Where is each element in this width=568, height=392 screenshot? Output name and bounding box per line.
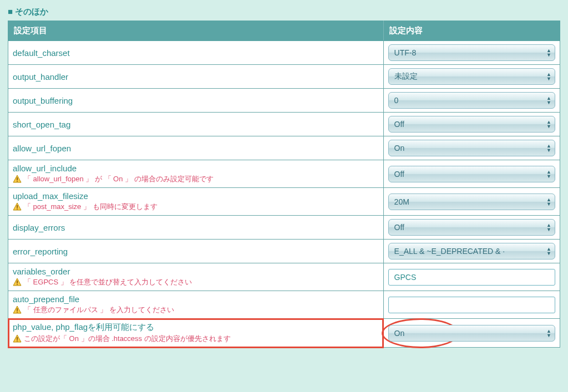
chevron-updown-icon: ▲▼ — [546, 197, 551, 206]
chevron-updown-icon: ▲▼ — [546, 96, 551, 105]
setting-name-cell: upload_max_filesize「 post_max_size 」 も同時… — [8, 188, 384, 216]
col-header-value: 設定内容 — [383, 21, 560, 41]
setting-select[interactable]: 未設定▲▼ — [388, 68, 555, 85]
setting-name-cell: error_reporting — [8, 240, 384, 263]
setting-name-cell: variables_order「 EGPCS 」 を任意で並び替えて入力してくだ… — [8, 263, 384, 291]
chevron-updown-icon: ▲▼ — [546, 144, 551, 152]
setting-select[interactable]: 0▲▼ — [388, 92, 555, 109]
setting-name-cell: short_open_tag — [8, 113, 384, 136]
svg-rect-5 — [17, 208, 18, 210]
setting-value-cell: 0▲▼ — [383, 89, 560, 113]
svg-rect-11 — [17, 312, 18, 313]
setting-hint: 「 post_max_size 」 も同時に変更します — [13, 202, 379, 212]
chevron-updown-icon: ▲▼ — [546, 49, 551, 57]
svg-rect-4 — [17, 205, 18, 208]
select-value: UTF-8 — [394, 48, 417, 57]
setting-name-cell: auto_prepend_file「 任意のファイルパス 」 を入力してください — [8, 291, 384, 319]
select-value: E_ALL & ~E_DEPRECATED & · — [394, 247, 505, 256]
setting-hint-text: 「 EGPCS 」 を任意で並び替えて入力してください — [24, 277, 192, 287]
chevron-updown-icon: ▲▼ — [546, 223, 551, 232]
select-value: On — [394, 329, 405, 338]
setting-value-cell: On▲▼ — [383, 136, 560, 160]
setting-name-cell: allow_url_include「 allow_url_fopen 」 が 「… — [8, 160, 384, 188]
setting-name: upload_max_filesize — [13, 191, 379, 201]
chevron-updown-icon: ▲▼ — [546, 329, 551, 337]
setting-hint-text: 「 post_max_size 」 も同時に変更します — [24, 202, 158, 212]
setting-select[interactable]: E_ALL & ~E_DEPRECATED & ·▲▼ — [388, 243, 555, 259]
chevron-updown-icon: ▲▼ — [546, 73, 551, 81]
setting-value-cell: Off▲▼ — [383, 216, 560, 240]
settings-table: 設定項目 設定内容 default_charsetUTF-8▲▼output_h… — [8, 21, 560, 348]
chevron-updown-icon: ▲▼ — [546, 247, 551, 256]
setting-value-cell: Off▲▼ — [383, 113, 560, 136]
setting-name-cell: display_errors — [8, 216, 384, 240]
setting-name-cell: default_charset — [8, 41, 384, 65]
setting-name: php_value, php_flagを利用可能にする — [13, 322, 379, 333]
setting-hint: この設定が「 On 」の場合 .htaccess の設定内容が優先されます — [13, 334, 379, 344]
setting-select[interactable]: Off▲▼ — [388, 219, 555, 236]
setting-value-cell — [383, 263, 560, 291]
setting-name: error_reporting — [13, 247, 379, 256]
setting-hint: 「 allow_url_fopen 」 が 「 On 」 の場合のみ設定可能です — [13, 174, 379, 184]
setting-name-cell: php_value, php_flagを利用可能にするこの設定が「 On 」の場… — [8, 319, 384, 348]
select-value: Off — [394, 120, 404, 129]
setting-select[interactable]: UTF-8▲▼ — [388, 44, 555, 61]
setting-hint: 「 任意のファイルパス 」 を入力してください — [13, 305, 379, 315]
select-value: On — [394, 144, 405, 152]
svg-rect-2 — [17, 181, 18, 182]
setting-select[interactable]: Off▲▼ — [388, 116, 555, 133]
setting-hint: 「 EGPCS 」 を任意で並び替えて入力してください — [13, 277, 379, 287]
select-value: 0 — [394, 96, 399, 105]
setting-select[interactable]: On▲▼ — [388, 325, 555, 342]
warning-icon — [13, 202, 22, 211]
svg-rect-10 — [17, 308, 18, 311]
svg-rect-1 — [17, 177, 18, 180]
setting-value-cell: E_ALL & ~E_DEPRECATED & ·▲▼ — [383, 240, 560, 263]
setting-name: short_open_tag — [13, 120, 379, 129]
setting-select[interactable]: Off▲▼ — [388, 166, 555, 182]
setting-name: output_buffering — [13, 96, 379, 105]
svg-rect-14 — [17, 340, 18, 342]
setting-input[interactable] — [388, 297, 555, 313]
warning-icon — [13, 334, 22, 343]
setting-value-cell: Off▲▼ — [383, 160, 560, 188]
setting-hint-text: 「 任意のファイルパス 」 を入力してください — [24, 305, 174, 315]
setting-input[interactable] — [388, 269, 555, 286]
setting-value-cell — [383, 291, 560, 319]
setting-select[interactable]: On▲▼ — [388, 140, 555, 156]
setting-value-cell: On▲▼ — [383, 319, 560, 348]
select-value: Off — [394, 223, 404, 232]
chevron-updown-icon: ▲▼ — [546, 170, 551, 178]
svg-rect-8 — [17, 284, 18, 285]
setting-name-cell: output_buffering — [8, 89, 384, 113]
setting-name-cell: allow_url_fopen — [8, 136, 384, 160]
setting-name-cell: output_handler — [8, 65, 384, 89]
warning-icon — [13, 175, 22, 184]
setting-select[interactable]: 20M▲▼ — [388, 194, 555, 210]
setting-value-cell: UTF-8▲▼ — [383, 41, 560, 65]
setting-name: auto_prepend_file — [13, 294, 379, 304]
setting-value-cell: 未設定▲▼ — [383, 65, 560, 89]
select-value: 20M — [394, 197, 409, 206]
setting-hint-text: この設定が「 On 」の場合 .htaccess の設定内容が優先されます — [24, 334, 231, 344]
setting-name: variables_order — [13, 267, 379, 276]
svg-rect-13 — [17, 337, 18, 340]
setting-name: output_handler — [13, 72, 379, 82]
col-header-name: 設定項目 — [8, 21, 384, 41]
setting-hint-text: 「 allow_url_fopen 」 が 「 On 」 の場合のみ設定可能です — [24, 174, 214, 184]
warning-icon — [13, 278, 22, 287]
svg-rect-7 — [17, 281, 18, 283]
setting-name: default_charset — [13, 48, 379, 58]
section-header: そのほか — [8, 7, 560, 17]
warning-icon — [13, 306, 22, 314]
setting-name: allow_url_include — [13, 164, 379, 173]
setting-value-cell: 20M▲▼ — [383, 188, 560, 216]
chevron-updown-icon: ▲▼ — [546, 120, 551, 129]
select-value: 未設定 — [394, 72, 418, 82]
setting-name: display_errors — [13, 223, 379, 232]
setting-name: allow_url_fopen — [13, 144, 379, 153]
select-value: Off — [394, 170, 404, 179]
